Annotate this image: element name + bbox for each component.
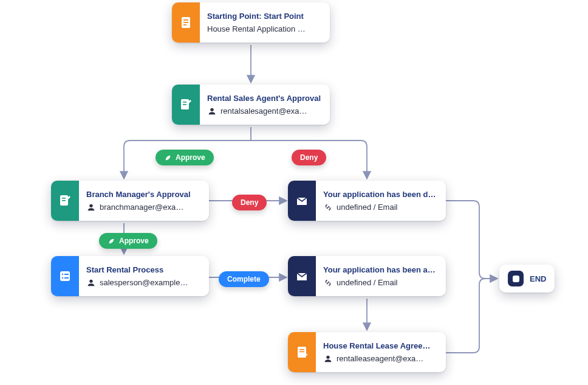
node-title: House Rental Lease Agreeme… (323, 341, 437, 350)
svg-point-13 (62, 274, 63, 275)
node-title: Rental Sales Agent's Approval (207, 94, 321, 103)
edit-icon (51, 181, 79, 221)
user-icon (323, 354, 333, 364)
svg-point-15 (62, 277, 63, 279)
leaf-icon (108, 237, 115, 245)
link-icon (323, 203, 333, 212)
svg-rect-12 (60, 271, 70, 281)
user-icon (207, 106, 217, 116)
workflow-canvas: Starting Point: Start Point House Rental… (0, 0, 588, 385)
node-subtitle: undefined / Email (323, 278, 437, 288)
stop-icon (508, 271, 524, 286)
mail-icon (288, 181, 316, 221)
node-application-denied[interactable]: Your application has been de… undefined … (288, 181, 446, 221)
node-subtitle: rentalleaseagent@exa… (323, 354, 437, 364)
svg-rect-6 (183, 104, 186, 105)
node-sales-agent-approval[interactable]: Rental Sales Agent's Approval rentalsale… (172, 85, 330, 125)
leaf-icon (164, 154, 172, 162)
svg-rect-5 (183, 102, 186, 103)
node-lease-agreement[interactable]: House Rental Lease Agreeme… rentalleasea… (288, 332, 446, 372)
svg-point-11 (89, 204, 92, 207)
node-application-approved[interactable]: Your application has been ap… undefined … (288, 256, 446, 296)
node-start-rental-process[interactable]: Start Rental Process salesperson@example… (51, 256, 209, 296)
svg-rect-1 (183, 19, 188, 21)
node-subtitle: House Rental Application … (207, 24, 321, 33)
user-icon (86, 203, 96, 212)
node-title: Your application has been de… (323, 190, 437, 199)
svg-rect-19 (299, 349, 304, 350)
svg-rect-20 (299, 352, 304, 353)
svg-rect-16 (64, 277, 69, 279)
edge-label-deny: Deny (232, 195, 267, 210)
node-subtitle: rentalsalesagent@exa… (207, 106, 321, 116)
node-title: Starting Point: Start Point (207, 12, 321, 21)
svg-rect-9 (62, 198, 66, 199)
doc-download-icon (288, 332, 316, 372)
edge-label-deny: Deny (292, 150, 326, 165)
node-end[interactable]: END (499, 265, 555, 293)
doc-icon (172, 2, 200, 43)
node-title: Your application has been ap… (323, 265, 437, 274)
svg-point-17 (89, 279, 92, 282)
user-icon (86, 278, 96, 288)
node-branch-manager-approval[interactable]: Branch Manager's Approval branchmanager@… (51, 181, 209, 221)
end-label: END (530, 274, 546, 283)
svg-point-7 (210, 108, 213, 111)
node-subtitle: salesperson@example… (86, 278, 200, 288)
svg-rect-14 (64, 274, 69, 275)
node-title: Branch Manager's Approval (86, 190, 200, 199)
node-start-point[interactable]: Starting Point: Start Point House Rental… (172, 2, 330, 43)
edge-label-approve: Approve (99, 233, 157, 249)
mail-icon (288, 256, 316, 296)
link-icon (323, 278, 333, 288)
edge-label-approve: Approve (156, 150, 214, 165)
svg-point-21 (326, 355, 329, 358)
svg-rect-10 (62, 200, 66, 201)
node-subtitle: branchmanager@exa… (86, 203, 200, 212)
edit-icon (172, 85, 200, 125)
node-subtitle: undefined / Email (323, 203, 437, 212)
svg-rect-2 (183, 22, 188, 23)
edge-label-complete: Complete (219, 271, 269, 287)
list-icon (51, 256, 79, 296)
svg-rect-3 (183, 24, 186, 26)
node-title: Start Rental Process (86, 265, 200, 274)
